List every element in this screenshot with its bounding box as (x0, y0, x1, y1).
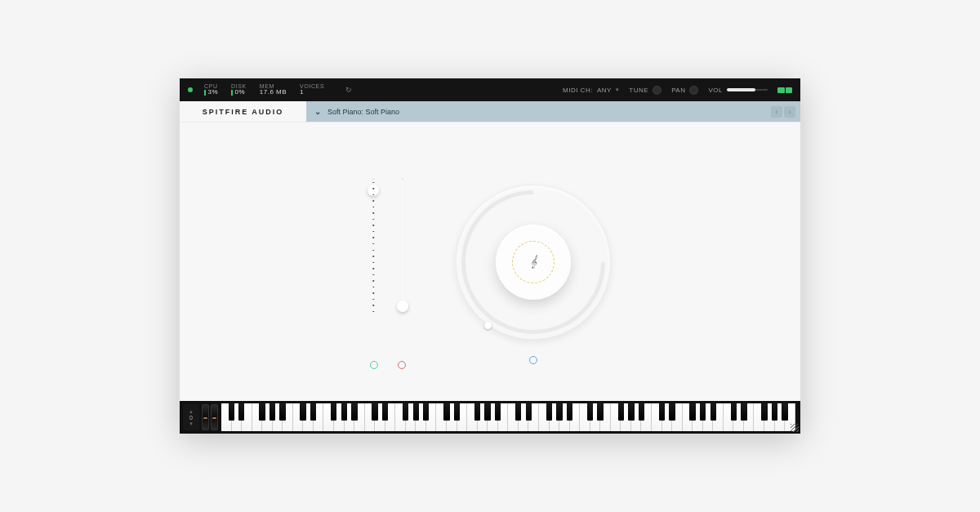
slider1-icon[interactable] (370, 361, 378, 369)
keyboard-panel: ▲ 0 ▼ (180, 401, 800, 434)
octave-down-icon[interactable]: ▼ (189, 421, 194, 426)
white-key[interactable] (621, 403, 631, 431)
tune-knob[interactable] (653, 86, 662, 95)
slider-thumb[interactable] (397, 301, 408, 312)
white-key[interactable] (447, 403, 457, 431)
white-key[interactable] (570, 403, 581, 431)
white-key[interactable] (600, 403, 611, 431)
octave-control[interactable]: ▲ 0 ▼ (183, 404, 199, 430)
white-key[interactable] (652, 403, 662, 431)
preset-row: SPITFIRE AUDIO ⌄ Soft Piano: Soft Piano … (180, 101, 800, 122)
white-key[interactable] (631, 403, 642, 431)
white-key[interactable] (733, 403, 744, 431)
white-key[interactable] (580, 403, 590, 431)
white-key[interactable] (354, 403, 365, 431)
preset-next-button[interactable]: › (784, 106, 795, 118)
preset-selector[interactable]: ⌄ Soft Piano: Soft Piano ‹ › (306, 101, 800, 122)
white-key[interactable] (467, 403, 478, 431)
mem-stat: MEM 17.6 MB (260, 83, 287, 96)
white-key[interactable] (508, 403, 519, 431)
octave-value: 0 (189, 415, 193, 421)
white-key[interactable] (539, 403, 550, 431)
preset-prev-button[interactable]: ‹ (771, 106, 782, 118)
white-key[interactable] (293, 403, 304, 431)
volume-control[interactable]: VOL (708, 87, 768, 94)
midi-ch-value: ANY (597, 87, 612, 94)
white-key[interactable] (478, 403, 488, 431)
expression-slider[interactable] (368, 178, 379, 325)
dial-param-icon[interactable] (529, 356, 537, 364)
white-key[interactable] (672, 403, 683, 431)
midi-ch-label: MIDI CH: (563, 87, 593, 94)
white-key[interactable] (590, 403, 601, 431)
white-key[interactable] (662, 403, 673, 431)
white-key[interactable] (775, 403, 786, 431)
white-key[interactable] (375, 403, 385, 431)
reverb-dial[interactable]: 𝄞 (453, 182, 612, 341)
white-key[interactable] (385, 403, 396, 431)
dial-indicator[interactable] (484, 322, 492, 329)
white-key[interactable] (683, 403, 693, 431)
white-key[interactable] (754, 403, 764, 431)
white-key[interactable] (273, 403, 283, 431)
midi-channel-selector[interactable]: MIDI CH: ANY ▾ (563, 87, 619, 94)
pitch-mod-wheels (202, 404, 218, 430)
white-key[interactable] (314, 403, 324, 431)
resize-grip[interactable] (791, 424, 799, 432)
white-key[interactable] (221, 403, 232, 431)
octave-up-icon[interactable]: ▲ (189, 409, 194, 414)
white-key[interactable] (488, 403, 498, 431)
white-key[interactable] (559, 403, 570, 431)
white-key[interactable] (693, 403, 703, 431)
cpu-stat: CPU 3% (204, 83, 218, 96)
white-key[interactable] (334, 403, 345, 431)
white-key[interactable] (406, 403, 416, 431)
white-key[interactable] (426, 403, 437, 431)
disk-stat: DISK 0% (231, 83, 247, 96)
white-key[interactable] (232, 403, 243, 431)
white-key[interactable] (519, 403, 529, 431)
mod-wheel[interactable] (211, 404, 218, 430)
white-key[interactable] (611, 403, 621, 431)
virtual-keyboard[interactable] (221, 403, 795, 431)
white-key[interactable] (262, 403, 273, 431)
pan-label: PAN (671, 87, 685, 94)
white-key[interactable] (395, 403, 406, 431)
white-key[interactable] (252, 403, 263, 431)
white-key[interactable] (528, 403, 539, 431)
output-meter (777, 87, 792, 93)
pan-control[interactable]: PAN (671, 86, 698, 95)
white-key[interactable] (724, 403, 734, 431)
white-key[interactable] (283, 403, 293, 431)
white-key[interactable] (713, 403, 724, 431)
white-key[interactable] (641, 403, 652, 431)
chevron-down-icon: ▾ (616, 87, 620, 93)
white-key[interactable] (303, 403, 314, 431)
volume-slider[interactable] (727, 89, 768, 91)
white-key[interactable] (764, 403, 775, 431)
white-key[interactable] (345, 403, 355, 431)
white-key[interactable] (365, 403, 376, 431)
voices-value: 1 (300, 89, 324, 96)
white-key[interactable] (498, 403, 509, 431)
pitch-wheel[interactable] (202, 404, 209, 430)
slider-group (368, 178, 408, 346)
white-key[interactable] (416, 403, 426, 431)
white-key[interactable] (242, 403, 252, 431)
reload-icon[interactable]: ↻ (345, 86, 353, 94)
white-key[interactable] (436, 403, 447, 431)
white-key[interactable] (457, 403, 468, 431)
white-key[interactable] (744, 403, 755, 431)
pan-knob[interactable] (689, 86, 698, 95)
voices-stat: VOICES 1 (300, 83, 324, 96)
mem-value: 17.6 MB (260, 89, 287, 96)
top-bar: CPU 3% DISK 0% MEM 17.6 MB VOICES 1 ↻ MI… (180, 78, 800, 101)
tune-control[interactable]: TUNE (629, 86, 662, 95)
slider2-icon[interactable] (398, 361, 406, 369)
white-key[interactable] (703, 403, 714, 431)
white-key[interactable] (550, 403, 560, 431)
dynamics-slider[interactable] (397, 178, 408, 325)
disk-meter-tick (231, 90, 233, 96)
main-panel: 𝄞 (180, 122, 800, 401)
white-key[interactable] (323, 403, 334, 431)
